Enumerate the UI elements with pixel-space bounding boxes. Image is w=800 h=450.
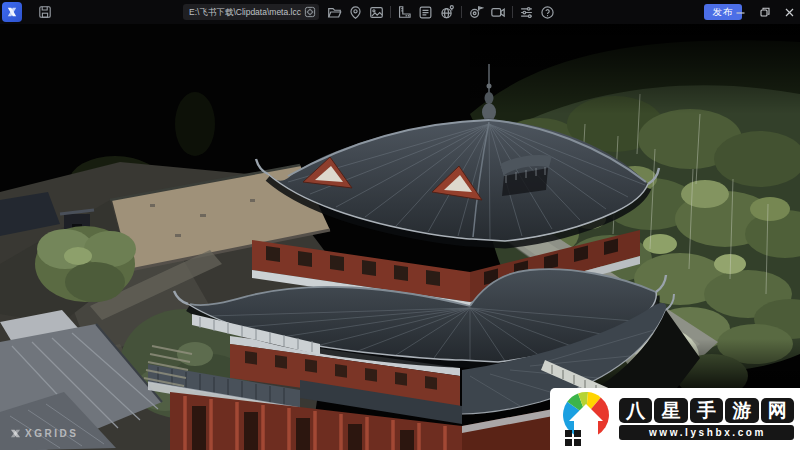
help-button[interactable] [540,5,555,20]
open-folder-button[interactable] [327,5,342,20]
site-name-char: 八 [619,398,652,423]
toolbar-separator [390,6,391,18]
walkway [500,155,552,196]
xgrids-mark-icon [10,428,21,439]
site-name-char: 网 [761,398,794,423]
site-logo [556,391,614,447]
site-name: 八星手游网 [619,398,794,423]
app-logo[interactable] [2,2,22,22]
globe-coordinates-button[interactable] [439,4,455,20]
file-path-field[interactable]: E:\飞书下载\Clipdata\meta.lcc [183,4,319,20]
site-name-char: 手 [690,398,723,423]
site-url: www.lyshbx.com [619,425,794,440]
site-watermark-panel: 八星手游网 www.lyshbx.com [550,388,800,450]
minimize-button[interactable] [735,7,746,18]
toolbar-separator [461,6,462,18]
file-path-text: E:\飞书下载\Clipdata\meta.lcc [189,4,304,20]
video-record-button[interactable] [490,4,506,20]
application-window: E:\飞书下载\Clipdata\meta.lcc [0,0,800,450]
image-view-button[interactable] [369,5,384,20]
scene-3d-view[interactable] [0,24,800,450]
locate-target-icon[interactable] [304,6,316,18]
camera-360-button[interactable] [468,4,484,20]
save-icon [38,5,52,19]
close-button[interactable] [784,7,795,18]
notes-panel-button[interactable] [418,5,433,20]
angle-measure-button[interactable] [397,5,412,20]
toolbar-separator [512,6,513,18]
save-button[interactable] [36,0,54,24]
window-controls [735,0,795,24]
site-name-char: 星 [654,398,687,423]
location-pin-button[interactable] [348,5,363,20]
xgrids-watermark-text: XGRIDS [25,428,78,439]
titlebar: E:\飞书下载\Clipdata\meta.lcc [0,0,800,24]
filter-sliders-button[interactable] [519,5,534,20]
restore-button[interactable] [759,6,771,18]
site-name-char: 游 [725,398,758,423]
viewport-3d: XGRIDS 八星手游网 www.lyshbx.com [0,24,800,450]
xgrids-x-icon [5,5,19,19]
xgrids-watermark: XGRIDS [10,428,78,439]
toolbar-icons [327,0,555,24]
